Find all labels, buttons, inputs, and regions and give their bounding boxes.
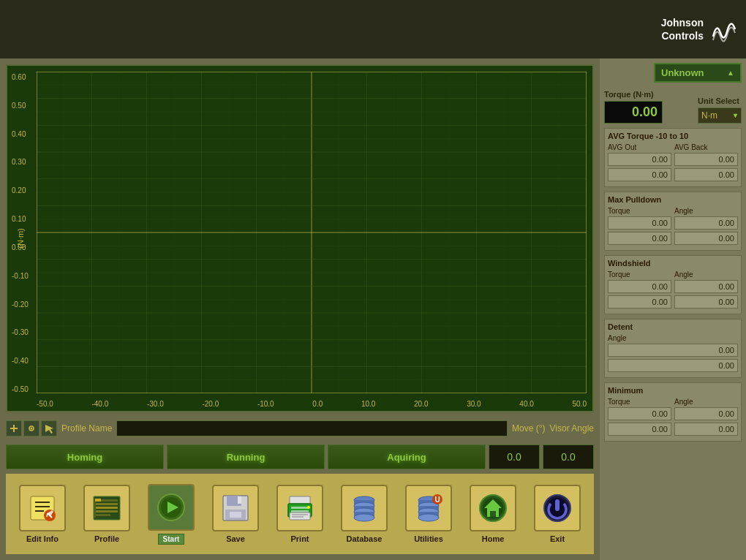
avg-back-label: AVG Back	[674, 143, 738, 151]
minimum-row1: 0.00 0.00	[608, 407, 738, 420]
exit-button[interactable]: Exit	[534, 485, 581, 543]
svg-text:U: U	[434, 496, 440, 504]
detent-angle-val1: 0.00	[608, 344, 738, 357]
print-button[interactable]: Print	[276, 485, 323, 543]
x-label: -50.0	[37, 400, 53, 408]
profile-name-label: Profile Name	[61, 423, 112, 434]
database-icon	[341, 485, 388, 531]
svg-rect-65	[96, 499, 118, 502]
left-panel: (N·m) 0.60 0.50 0.40 0.30 0.20 0.10 0.00…	[0, 58, 600, 560]
homing-button[interactable]: Homing	[6, 444, 164, 469]
avg-torque-section: AVG Torque -10 to 10 AVG Out AVG Back 0.…	[604, 128, 742, 187]
windshield-angle-label: Angle	[674, 270, 738, 279]
windshield-section: Windshield Torque Angle 0.00 0.00 0.00 0…	[604, 255, 742, 314]
toolbar: Edit Info Profile	[6, 474, 594, 554]
max-pulldown-title: Max Pulldown	[608, 195, 738, 204]
detent-angle-label: Angle	[608, 334, 738, 342]
svg-rect-84	[292, 516, 304, 518]
torque-block: Torque (N·m) 0.00	[604, 90, 692, 124]
detent-row2: 0.00	[608, 359, 738, 372]
add-icon-btn[interactable]	[6, 420, 22, 436]
detent-section: Detent Angle 0.00 0.00	[604, 319, 742, 378]
unit-select-label: Unit Select	[698, 97, 742, 105]
svg-rect-68	[96, 510, 118, 512]
svg-rect-67	[96, 507, 118, 509]
start-button[interactable]: Start	[148, 484, 195, 545]
svg-rect-80	[291, 507, 309, 509]
minimum-torque-val1: 0.00	[608, 407, 671, 420]
y-label: 0.00	[12, 243, 29, 251]
unit-select-block: Unit Select N·m in·lb ft·lb ▼	[698, 97, 742, 124]
edit-info-button[interactable]: Edit Info	[19, 485, 66, 543]
minimum-row2: 0.00 0.00	[608, 423, 738, 436]
edit-info-label: Edit Info	[26, 534, 59, 543]
exit-icon	[534, 485, 581, 531]
max-pulldown-row2: 0.00 0.00	[608, 232, 738, 245]
x-label: -10.0	[257, 400, 274, 408]
minimum-angle-val1: 0.00	[674, 407, 738, 420]
chart-svg	[37, 72, 587, 393]
status-value-2: 0.0	[543, 444, 594, 469]
windshield-torque-val1: 0.00	[608, 280, 671, 293]
minimum-torque-val2: 0.00	[608, 423, 671, 436]
minimum-title: Minimum	[608, 386, 738, 395]
utilities-label: Utilities	[414, 534, 443, 543]
status-value-1: 0.0	[489, 444, 540, 469]
profile-label: Profile	[94, 534, 119, 543]
unit-select-wrapper: N·m in·lb ft·lb ▼	[698, 107, 742, 124]
profile-name-input[interactable]	[116, 420, 508, 436]
y-label: 0.50	[12, 102, 29, 110]
main-content: (N·m) 0.60 0.50 0.40 0.30 0.20 0.10 0.00…	[0, 58, 746, 560]
y-label: 0.30	[12, 158, 29, 166]
avg-back-val1: 0.00	[674, 153, 738, 166]
profile-button[interactable]: Profile	[83, 485, 130, 543]
exit-label: Exit	[550, 534, 565, 543]
unit-select[interactable]: N·m in·lb ft·lb	[698, 107, 742, 124]
home-icon	[470, 485, 516, 531]
detent-title: Detent	[608, 322, 738, 331]
torque-label: Torque (N·m)	[604, 90, 692, 99]
avg-back-val2: 0.00	[674, 168, 738, 181]
x-label: -30.0	[147, 400, 164, 408]
svg-rect-108	[555, 499, 560, 511]
detent-row1: 0.00	[608, 344, 738, 357]
cursor-icon-btn[interactable]	[41, 420, 57, 436]
x-label: 10.0	[361, 400, 375, 408]
settings-icon-btn[interactable]	[23, 420, 39, 436]
windshield-title: Windshield	[608, 259, 738, 268]
utilities-button[interactable]: U Utilities	[405, 485, 452, 543]
profile-icons	[6, 420, 57, 436]
svg-rect-75	[238, 496, 241, 504]
svg-rect-77	[230, 512, 241, 518]
detent-angle-val2: 0.00	[608, 359, 738, 372]
svg-rect-69	[96, 514, 110, 516]
pulldown-torque-val2: 0.00	[608, 232, 671, 245]
svg-line-60	[47, 513, 48, 517]
pulldown-angle-val2: 0.00	[674, 232, 738, 245]
acquiring-button[interactable]: Aquiring	[328, 444, 486, 469]
minimum-angle-label: Angle	[674, 398, 738, 406]
avg-torque-row1: 0.00 0.00	[608, 153, 738, 166]
header: Johnson Controls	[0, 0, 746, 58]
chevron-up-icon: ▲	[727, 69, 734, 77]
unknown-section: Unknown ▲	[604, 63, 742, 84]
unknown-button[interactable]: Unknown ▲	[654, 63, 742, 83]
avg-torque-row2: 0.00 0.00	[608, 168, 738, 181]
windshield-row2: 0.00 0.00	[608, 295, 738, 309]
home-button[interactable]: Home	[470, 485, 516, 543]
x-label: 50.0	[572, 400, 586, 408]
minimum-torque-label: Torque	[608, 398, 671, 406]
running-button[interactable]: Running	[167, 444, 325, 469]
max-pulldown-row1: 0.00 0.00	[608, 216, 738, 230]
database-button[interactable]: Database	[341, 485, 388, 543]
svg-marker-53	[45, 425, 53, 434]
x-label: 0.0	[312, 400, 323, 408]
y-axis-labels: 0.60 0.50 0.40 0.30 0.20 0.10 0.00 -0.10…	[12, 73, 29, 393]
edit-info-icon	[19, 485, 66, 531]
svg-point-92	[354, 514, 374, 521]
y-label: 0.10	[12, 215, 29, 223]
x-label: -40.0	[91, 400, 108, 408]
windshield-torque-label: Torque	[608, 270, 671, 279]
save-button[interactable]: Save	[212, 485, 259, 543]
y-label: -0.20	[12, 300, 29, 309]
